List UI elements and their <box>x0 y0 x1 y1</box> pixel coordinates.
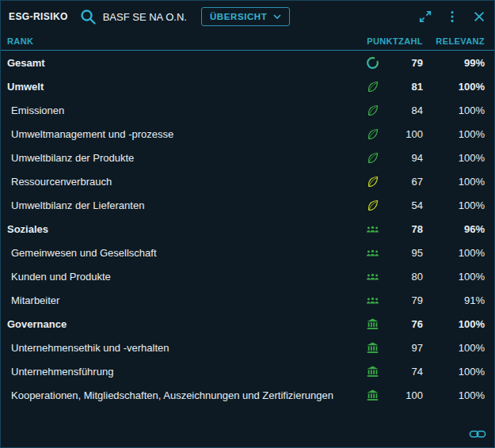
table-row[interactable]: Governance 76 100% <box>1 312 494 336</box>
rows-container: Gesamt 79 99% <box>1 51 494 407</box>
people-icon <box>358 270 386 283</box>
relevance-value: 100% <box>423 199 485 211</box>
title-bar: ESG-RISIKO BASF SE NA O.N. ÜBERSICHT <box>1 1 494 32</box>
table-row[interactable]: Umweltbilanz der Produkte <box>1 146 494 169</box>
column-header-rank: RANK <box>7 36 358 46</box>
table-row[interactable]: Emissionen 84 100% <box>1 98 494 122</box>
table-row[interactable]: Unternehmensführung 74 <box>1 359 494 383</box>
row-label: Emissionen <box>7 104 358 116</box>
row-label: Kooperationen, Mitgliedschaften, Auszeic… <box>7 389 358 401</box>
relevance-value: 100% <box>423 104 485 116</box>
column-header-score: PUNKTZAHL <box>358 36 423 46</box>
link-channel-icon[interactable] <box>469 428 486 441</box>
leaf-icon <box>358 175 386 188</box>
esg-risk-panel: ESG-RISIKO BASF SE NA O.N. ÜBERSICHT <box>0 0 495 448</box>
bank-icon <box>358 341 386 355</box>
table-row[interactable]: Ressourcenverbrauch 67 <box>1 169 494 193</box>
view-selector-label: ÜBERSICHT <box>210 12 268 21</box>
relevance-value: 91% <box>423 294 485 306</box>
relevance-value: 100% <box>423 81 485 93</box>
score-value: 97 <box>386 342 423 354</box>
relevance-value: 100% <box>423 389 485 401</box>
table-row[interactable]: Gesamt 79 99% <box>1 51 494 74</box>
bank-icon <box>358 389 386 402</box>
people-icon <box>358 222 386 236</box>
table-row[interactable]: Soziales 78 96% <box>1 217 494 241</box>
score-value: 74 <box>386 366 423 378</box>
leaf-icon <box>358 151 386 165</box>
search-icon[interactable] <box>79 8 97 25</box>
table-row[interactable]: Umweltbilanz der Lieferanten <box>1 193 494 217</box>
gauge-icon <box>358 56 386 70</box>
score-value: 94 <box>386 152 423 164</box>
row-label: Gesamt <box>7 57 358 69</box>
score-value: 84 <box>386 104 423 116</box>
chevron-down-icon <box>273 14 281 19</box>
table-row[interactable]: Umweltmanagement und -prozesse <box>1 122 494 146</box>
row-label: Umweltbilanz der Lieferanten <box>7 199 358 211</box>
column-header-row: RANK PUNKTZAHL RELEVANZ <box>1 32 494 51</box>
people-icon <box>358 294 386 307</box>
row-label: Soziales <box>7 223 358 235</box>
score-value: 100 <box>386 389 423 401</box>
relevance-value: 100% <box>423 128 485 140</box>
table-row[interactable]: Unternehmensethik und -verhalten <box>1 336 494 359</box>
row-label: Ressourcenverbrauch <box>7 176 358 188</box>
score-value: 80 <box>386 271 423 283</box>
table-row[interactable]: Gemeinwesen und Gesellschaft <box>1 241 494 264</box>
people-icon <box>358 246 386 260</box>
table-row[interactable]: Kunden und Produkte 80 <box>1 264 494 288</box>
table-row[interactable]: Mitarbeiter 79 91% <box>1 288 494 312</box>
relevance-value: 96% <box>423 223 485 235</box>
row-label: Umweltbilanz der Produkte <box>7 152 358 164</box>
row-label: Gemeinwesen und Gesellschaft <box>7 247 358 259</box>
score-value: 100 <box>386 128 423 140</box>
score-value: 79 <box>386 294 423 306</box>
score-value: 79 <box>386 57 423 69</box>
app-title: ESG-RISIKO <box>9 11 68 22</box>
relevance-value: 100% <box>423 176 485 188</box>
close-icon[interactable] <box>472 9 486 24</box>
relevance-value: 100% <box>423 342 485 354</box>
score-value: 76 <box>386 318 423 330</box>
bank-icon <box>358 317 386 331</box>
bank-icon <box>358 365 386 378</box>
relevance-value: 100% <box>423 318 485 330</box>
kebab-menu-icon[interactable] <box>445 9 459 24</box>
table-row[interactable]: Umwelt 81 100% <box>1 74 494 98</box>
score-value: 67 <box>386 176 423 188</box>
score-value: 81 <box>386 81 423 93</box>
row-label: Governance <box>7 318 358 330</box>
leaf-icon <box>358 199 386 212</box>
score-value: 95 <box>386 247 423 259</box>
row-label: Kunden und Produkte <box>7 271 358 283</box>
relevance-value: 100% <box>423 152 485 164</box>
score-value: 54 <box>386 199 423 211</box>
row-label: Mitarbeiter <box>7 294 358 306</box>
leaf-icon <box>358 127 386 141</box>
instrument-name[interactable]: BASF SE NA O.N. <box>103 11 187 23</box>
expand-icon[interactable] <box>418 9 432 24</box>
relevance-value: 100% <box>423 247 485 259</box>
row-label: Umweltmanagement und -prozesse <box>7 128 358 140</box>
score-value: 78 <box>386 223 423 235</box>
relevance-value: 99% <box>423 57 485 69</box>
column-header-relevance: RELEVANZ <box>423 36 485 46</box>
leaf-icon <box>358 80 386 93</box>
leaf-icon <box>358 104 386 117</box>
row-label: Unternehmensführung <box>7 366 358 378</box>
row-label: Unternehmensethik und -verhalten <box>7 342 358 354</box>
relevance-value: 100% <box>423 366 485 378</box>
view-selector-dropdown[interactable]: ÜBERSICHT <box>201 7 291 26</box>
relevance-value: 100% <box>423 271 485 283</box>
table-row[interactable]: Kooperationen, Mitgliedschaften, Auszeic… <box>1 383 494 407</box>
row-label: Umwelt <box>7 81 358 93</box>
